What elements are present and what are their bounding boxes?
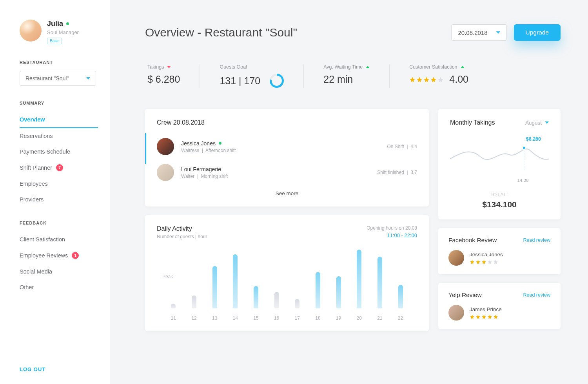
sidebar-item-employees[interactable]: Employees <box>20 176 98 192</box>
monthly-takings-title: Monthly Takings <box>450 119 495 126</box>
page-header: Overview - Restaurant "Soul" 20.08.2018 … <box>145 24 561 41</box>
sidebar-item-social-media[interactable]: Social Media <box>20 264 98 279</box>
kpi-waiting: Avg. Waiting Time 22 min <box>304 64 390 88</box>
upgrade-button[interactable]: Upgrade <box>514 24 561 41</box>
bar <box>192 295 196 308</box>
star-rating <box>409 76 444 83</box>
avatar <box>448 250 464 266</box>
axis-tick: 15 <box>253 315 258 321</box>
kpi-satisfaction: Customer Satisfaction 4.00 <box>390 64 488 88</box>
star-icon <box>437 76 444 83</box>
logout-button[interactable]: LOG OUT <box>20 366 110 372</box>
profile: Julia Soul Manager Basic <box>20 20 110 44</box>
trend-down-icon <box>167 66 171 68</box>
restaurant-select-value: Restaurant "Soul" <box>25 75 69 82</box>
bar <box>357 250 361 308</box>
star-icon <box>430 76 437 83</box>
facebook-review-card: Facebook Review Read review Jessica Jone… <box>438 228 561 274</box>
date-picker-value: 20.08.2018 <box>458 29 487 36</box>
bar <box>274 292 279 308</box>
chevron-down-icon <box>545 121 549 124</box>
main-content: Overview - Restaurant "Soul" 20.08.2018 … <box>110 0 588 384</box>
axis-tick: 20 <box>357 315 362 321</box>
sidebar: Julia Soul Manager Basic RESTAURANT Rest… <box>0 0 110 384</box>
bar <box>398 285 403 308</box>
axis-tick: 17 <box>295 315 300 321</box>
bar <box>212 266 217 308</box>
month-select[interactable]: August <box>525 120 549 126</box>
sidebar-section-feedback: FEEDBACK <box>20 221 110 225</box>
axis-tick: 18 <box>315 315 320 321</box>
star-icon <box>493 314 498 319</box>
bar <box>336 276 341 309</box>
star-rating <box>470 259 503 264</box>
kpi-satisfaction-value: 4.00 <box>449 74 468 85</box>
sidebar-item-providers[interactable]: Providers <box>20 192 98 207</box>
sidebar-section-summary: SUMMARY <box>20 101 110 105</box>
star-icon <box>423 76 430 83</box>
read-review-link[interactable]: Read review <box>523 237 550 243</box>
profile-name: Julia <box>47 20 63 28</box>
trend-up-icon <box>461 66 465 68</box>
read-review-link[interactable]: Read review <box>523 292 550 298</box>
bar <box>233 254 238 308</box>
sidebar-item-other[interactable]: Other <box>20 279 98 295</box>
profile-role: Soul Manager <box>47 29 79 35</box>
avatar <box>448 305 464 321</box>
star-icon <box>416 76 423 83</box>
star-icon <box>481 314 486 319</box>
bar <box>316 272 320 308</box>
kpi-guests-goal: Guests Goal 131 | 170 <box>200 64 304 88</box>
bar <box>171 304 176 308</box>
online-indicator-icon <box>219 142 221 145</box>
kpi-takings: Takings $ 6.280 <box>145 64 200 88</box>
sidebar-item-employee-reviews[interactable]: Employee Reviews1 <box>20 247 98 264</box>
profile-avatar[interactable] <box>20 20 42 42</box>
sidebar-item-overview[interactable]: Overview <box>20 112 98 128</box>
sparkline-chart: $6.280 <box>450 137 549 176</box>
progress-ring-icon <box>270 74 284 88</box>
star-rating <box>470 314 502 319</box>
daily-activity-card: Daily Activity Number of guests | hour O… <box>145 215 429 331</box>
bar <box>377 257 382 308</box>
daily-activity-chart: Peak 111213141516171819202122 <box>157 246 417 321</box>
sidebar-item-reservations[interactable]: Reservations <box>20 128 98 144</box>
crew-row[interactable]: Jessica Jones Waitress | Afternoon shift… <box>157 136 417 161</box>
plan-badge: Basic <box>47 38 62 44</box>
monthly-total-value: $134.100 <box>450 200 549 209</box>
badge-count: 1 <box>72 252 79 259</box>
chevron-down-icon <box>496 31 500 34</box>
axis-tick: 12 <box>191 315 196 321</box>
axis-tick: 13 <box>212 315 217 321</box>
crew-title: Crew 20.08.2018 <box>157 119 417 126</box>
crew-row[interactable]: Loui Fermagerie Waiter | Morning shift S… <box>157 161 417 187</box>
avatar <box>157 164 174 181</box>
monthly-takings-card: Monthly Takings August $6.280 <box>438 109 561 219</box>
axis-tick: 16 <box>274 315 279 321</box>
kpi-row: Takings $ 6.280 Guests Goal 131 | 170 Av… <box>145 64 561 88</box>
sidebar-item-payments-schedule[interactable]: Payments Schedule <box>20 144 98 159</box>
bar <box>295 299 299 308</box>
star-icon <box>475 259 481 264</box>
nav-feedback: Client Satisfaction Employee Reviews1 So… <box>20 232 110 295</box>
kpi-guests-value: 131 | 170 <box>220 75 260 87</box>
restaurant-select[interactable]: Restaurant "Soul" <box>20 71 96 86</box>
axis-tick: 21 <box>377 315 382 321</box>
axis-tick: 11 <box>171 315 176 321</box>
badge-count: 7 <box>56 164 63 171</box>
axis-tick: 22 <box>398 315 403 321</box>
date-picker[interactable]: 20.08.2018 <box>451 24 506 41</box>
star-icon <box>409 76 416 83</box>
page-title: Overview - Restaurant "Soul" <box>145 26 297 39</box>
star-icon <box>470 259 475 264</box>
see-more-link[interactable]: See more <box>157 187 417 196</box>
star-icon <box>487 259 492 264</box>
sidebar-item-client-satisfaction[interactable]: Client Satisfaction <box>20 232 98 247</box>
kpi-takings-value: $ 6.280 <box>147 74 180 85</box>
axis-tick: 19 <box>336 315 341 321</box>
star-icon <box>470 314 475 319</box>
star-icon <box>481 259 486 264</box>
avatar <box>157 138 174 155</box>
crew-card: Crew 20.08.2018 Jessica Jones Waitress |… <box>145 109 429 206</box>
sidebar-item-shift-planner[interactable]: Shift Planner7 <box>20 159 98 176</box>
